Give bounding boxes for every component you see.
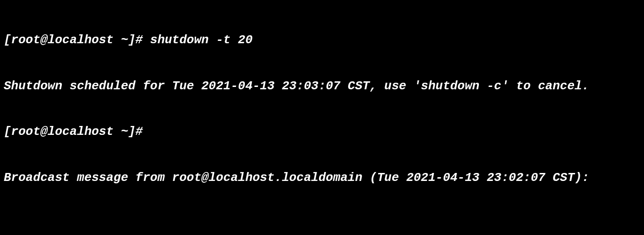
- terminal-line: [root@localhost ~]# shutdown -t 20: [4, 32, 640, 48]
- terminal-line: Broadcast message from root@localhost.lo…: [4, 170, 640, 186]
- output-text: Broadcast message from root@localhost.lo…: [4, 171, 589, 185]
- terminal-line: Shutdown scheduled for Tue 2021-04-13 23…: [4, 78, 640, 94]
- blank-line: [4, 216, 640, 231]
- output-text: Shutdown scheduled for Tue 2021-04-13 23…: [4, 79, 589, 93]
- terminal-window[interactable]: [root@localhost ~]# shutdown -t 20 Shutd…: [0, 0, 644, 235]
- command-text: shutdown -t 20: [150, 33, 252, 47]
- prompt: [root@localhost ~]#: [4, 125, 143, 139]
- prompt: [root@localhost ~]#: [4, 33, 143, 47]
- terminal-line: [root@localhost ~]#: [4, 124, 640, 140]
